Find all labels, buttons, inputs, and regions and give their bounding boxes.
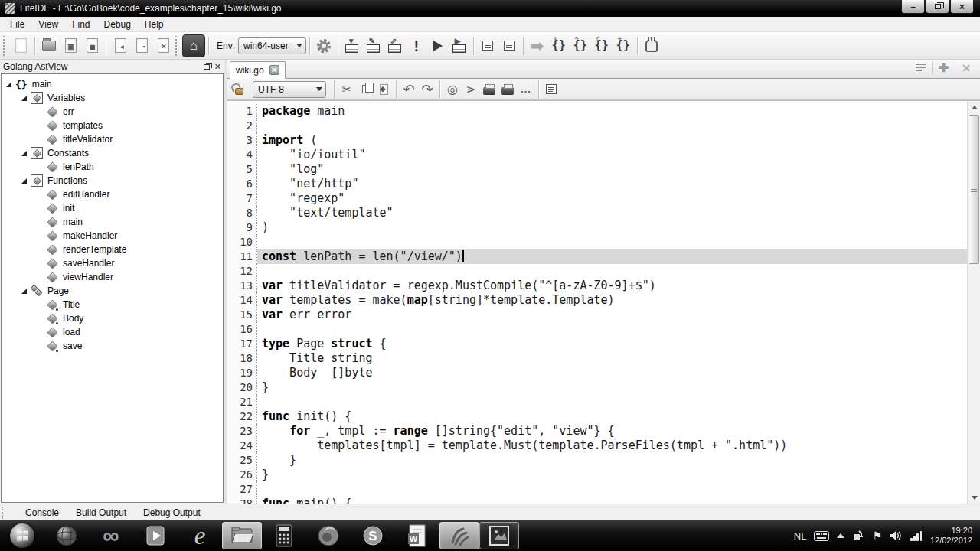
copy-button[interactable]	[356, 80, 374, 99]
toolbar-grip[interactable]	[175, 36, 179, 56]
close-file-button[interactable]: ▪	[131, 35, 152, 57]
taskbar-item-skype[interactable]: S	[351, 520, 395, 551]
code-line-6[interactable]: 6 "net/http"	[227, 177, 967, 191]
code-line-23[interactable]: 23 for _, tmpl := range []string{"edit",…	[227, 424, 967, 439]
print-preview-button[interactable]	[498, 80, 517, 99]
tree-item-init[interactable]: init	[2, 201, 223, 215]
code-line-24[interactable]: 24 templates[tmpl] = template.Must(templ…	[227, 439, 967, 453]
remove-breakpoint-button[interactable]	[498, 35, 520, 57]
code-line-2[interactable]: 2	[227, 119, 967, 133]
code-line-8[interactable]: 8 "text/template"	[227, 206, 967, 220]
save-all-button[interactable]: ◼	[81, 35, 103, 57]
taskbar-item-word[interactable]: W	[395, 520, 439, 551]
taskbar-item-liteide[interactable]	[439, 522, 479, 549]
tab-close-button[interactable]: ✕	[270, 65, 279, 75]
tree-item-saveHandler[interactable]: saveHandler	[2, 256, 223, 270]
build-button[interactable]: ▼	[341, 35, 363, 57]
code-line-9[interactable]: 9)	[227, 220, 967, 235]
tree-item-lenPath[interactable]: lenPath	[2, 160, 223, 174]
paste-button[interactable]: ◆	[374, 80, 393, 99]
action-center-button[interactable]: ⚑	[872, 530, 882, 542]
code-line-22[interactable]: 22func init() {	[227, 409, 967, 424]
output-bar-grip[interactable]	[2, 507, 5, 519]
code-line-18[interactable]: 18 Title string	[227, 351, 967, 366]
expander-icon[interactable]	[21, 289, 27, 294]
revert-button[interactable]: ◂	[109, 35, 131, 57]
continue-button[interactable]: ➡	[527, 35, 548, 57]
code-line-26[interactable]: 26}	[227, 468, 967, 482]
minimize-button[interactable]: –	[901, 0, 925, 14]
output-tab-build-output[interactable]: Build Output	[67, 507, 135, 518]
volume-button[interactable]	[890, 530, 902, 541]
scroll-up-button[interactable]	[968, 101, 980, 113]
code-line-3[interactable]: 3import (	[227, 133, 967, 148]
lock-button[interactable]	[230, 80, 248, 99]
print-button[interactable]	[480, 80, 498, 99]
code-lines[interactable]: 1package main23import (4 "io/ioutil"5 "l…	[227, 101, 967, 504]
run-button[interactable]	[427, 35, 449, 57]
debug-run-button[interactable]: ▶	[449, 35, 470, 57]
tree-item-err[interactable]: err	[2, 105, 223, 119]
code-line-14[interactable]: 14var templates = make(map[string]*templ…	[227, 293, 967, 308]
tree-item-Functions[interactable]: Functions	[2, 174, 223, 187]
code-line-1[interactable]: 1package main	[227, 104, 967, 119]
tree-item-templates[interactable]: templates	[2, 119, 223, 132]
tree-item-Page[interactable]: Page	[2, 284, 223, 298]
code-line-21[interactable]: 21	[227, 395, 967, 409]
expander-icon[interactable]	[21, 151, 27, 156]
undo-button[interactable]: ↶	[400, 80, 418, 99]
code-line-10[interactable]: 10	[227, 235, 967, 249]
taskbar-item-network-globe[interactable]	[44, 520, 89, 551]
new-file-button[interactable]	[10, 35, 31, 57]
float-panel-button[interactable]	[204, 63, 210, 71]
env-combobox[interactable]: win64-user	[238, 37, 306, 54]
open-file-button[interactable]	[38, 35, 60, 57]
expander-icon[interactable]	[21, 178, 27, 184]
new-tab-button[interactable]: ✚	[932, 62, 955, 74]
tree-item-Body[interactable]: Body	[2, 311, 223, 325]
menu-item-debug[interactable]: Debug	[96, 18, 137, 31]
tree-item-viewHandler[interactable]: viewHandler	[2, 270, 223, 284]
taskbar-item-firefox[interactable]	[306, 520, 351, 551]
step-out-button[interactable]: ↱{}	[591, 35, 612, 57]
code-line-20[interactable]: 20}	[227, 380, 967, 395]
export-button[interactable]: ⋗	[462, 80, 480, 99]
tree-item-save[interactable]: save	[2, 339, 223, 353]
build-config-button[interactable]	[313, 35, 335, 57]
syntax-check-button[interactable]: !	[406, 35, 427, 57]
tree-item-makeHandler[interactable]: makeHandler	[2, 229, 223, 243]
show-hidden-icons-button[interactable]	[837, 533, 844, 538]
taskbar-clock[interactable]: 19:20 12/02/2012	[930, 526, 972, 546]
stop-button[interactable]	[641, 35, 662, 57]
close-tab-button[interactable]: ✕	[955, 63, 977, 73]
word-wrap-button[interactable]	[542, 80, 560, 99]
output-tab-debug-output[interactable]: Debug Output	[135, 507, 209, 518]
taskbar-item-photo-viewer[interactable]	[479, 522, 519, 549]
tree-item-Variables[interactable]: Variables	[2, 91, 223, 105]
code-line-13[interactable]: 13var titleValidator = regexp.MustCompil…	[227, 279, 967, 293]
home-button[interactable]: ⌂	[182, 34, 205, 57]
safely-remove-button[interactable]	[852, 530, 864, 542]
code-line-11[interactable]: 11const lenPath = len("/view/")	[227, 249, 967, 264]
tree-item-load[interactable]: load	[2, 325, 223, 339]
cut-button[interactable]: ✂	[338, 80, 356, 99]
code-line-4[interactable]: 4 "io/ioutil"	[227, 148, 967, 162]
vertical-scrollbar[interactable]	[967, 101, 980, 504]
tree-item-editHandler[interactable]: editHandler	[2, 187, 223, 201]
code-line-27[interactable]: 27	[227, 482, 967, 497]
code-line-28[interactable]: 28func main() {	[227, 497, 967, 504]
code-line-19[interactable]: 19 Body []byte	[227, 366, 967, 380]
rebuild-button[interactable]: ⇗	[384, 35, 406, 57]
menu-item-find[interactable]: Find	[65, 18, 96, 31]
tree-item-titleValidator[interactable]: titleValidator	[2, 132, 223, 146]
scrollbar-thumb[interactable]	[969, 115, 979, 264]
expander-icon[interactable]	[6, 82, 11, 87]
taskbar-item-calculator[interactable]	[262, 520, 306, 551]
expander-icon[interactable]	[21, 96, 27, 101]
save-file-button[interactable]: ▣	[60, 35, 81, 57]
menu-item-file[interactable]: File	[3, 18, 31, 31]
output-tab-console[interactable]: Console	[17, 507, 67, 518]
build-file-button[interactable]: ✎	[363, 35, 384, 57]
code-line-5[interactable]: 5 "log"	[227, 162, 967, 177]
code-line-16[interactable]: 16	[227, 322, 967, 337]
